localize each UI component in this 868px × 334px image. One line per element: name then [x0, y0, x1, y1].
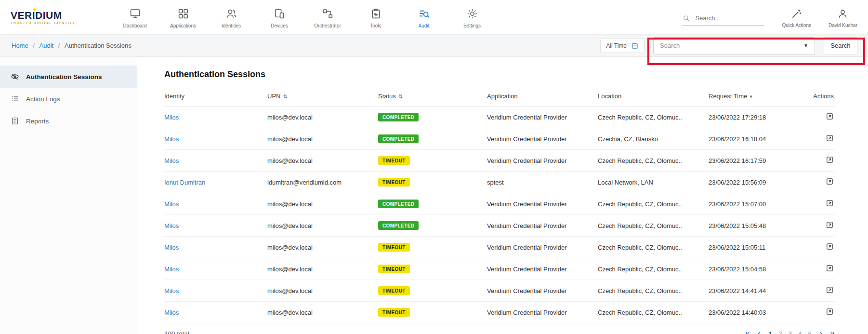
user-menu[interactable]: David Kuchar [829, 6, 857, 28]
request-time-cell: 23/06/2022 15:04:58 [709, 258, 805, 280]
upn-cell: milos@dev.local [267, 107, 378, 128]
nav-item-tools[interactable]: Tools [352, 6, 400, 28]
breadcrumb: Home / Audit / Authentication Sessions [11, 42, 132, 49]
table-row: Ionut Dumitran idumitran@veridiumid.com … [164, 172, 835, 193]
table-footer: 100 total 1 2 3 4 5 [164, 330, 835, 334]
table-row: Milos milos@dev.local COMPLETED Veridium… [164, 107, 835, 128]
page-title: Authentication Sessions [164, 69, 835, 80]
location-cell: Czech Republic, CZ, Olomuc.. [598, 215, 709, 237]
nav-label: Devices [271, 23, 288, 28]
first-page-button[interactable] [745, 331, 750, 334]
location-cell: Czech Republic, CZ, Olomuc.. [598, 280, 709, 302]
reports-document-icon [11, 117, 19, 125]
open-session-button[interactable] [826, 307, 834, 316]
nav-item-settings[interactable]: Settings [448, 6, 496, 28]
page-number-4[interactable]: 4 [798, 330, 802, 334]
identity-link[interactable]: Milos [164, 135, 179, 143]
sidebar-item-authentication-sessions[interactable]: Authentication Sessions [0, 66, 137, 88]
nav-label: Settings [463, 23, 481, 28]
veridium-logo[interactable]: VERIDIUM TRUSTED DIGITAL IDENTITY [11, 10, 92, 25]
global-search-input[interactable] [694, 14, 758, 22]
column-header-upn[interactable]: UPN⇅ [267, 86, 378, 107]
open-session-button[interactable] [826, 221, 834, 229]
table-row: Milos milos@dev.local COMPLETED Veridium… [164, 215, 835, 237]
identity-link[interactable]: Milos [164, 222, 179, 229]
search-dropdown-placeholder: Search [660, 42, 680, 49]
last-page-button[interactable] [829, 331, 835, 334]
location-cell: Czech Republic, CZ, Olomuc.. [598, 193, 709, 215]
sub-header: Home / Audit / Authentication Sessions A… [0, 35, 868, 57]
status-badge: COMPLETED [378, 134, 419, 143]
status-badge: TIMEOUT [378, 178, 410, 187]
header-right: Quick Actions David Kuchar [682, 6, 857, 28]
search-field-dropdown[interactable]: Search ▼ [653, 37, 815, 54]
identity-link[interactable]: Milos [164, 114, 179, 121]
user-name: David Kuchar [829, 23, 857, 28]
open-session-button[interactable] [826, 177, 834, 186]
sort-icon[interactable]: ⇅ [398, 94, 403, 99]
page-number-2[interactable]: 2 [778, 330, 782, 334]
application-cell: Veridium Credential Provider [487, 237, 598, 258]
time-range-button[interactable]: All Time [600, 39, 644, 53]
search-icon [683, 14, 690, 22]
global-search[interactable] [682, 11, 764, 26]
sidebar-item-label: Authentication Sessions [26, 73, 102, 80]
nav-item-orchestrator[interactable]: Orchestrator [303, 6, 352, 28]
nav-item-applications[interactable]: Applications [159, 6, 207, 28]
column-header-request-time[interactable]: Request Time▾ [709, 86, 805, 107]
breadcrumb-separator: / [58, 42, 60, 49]
nav-item-dashboard[interactable]: Dashboard [111, 6, 159, 28]
identity-link[interactable]: Milos [164, 266, 179, 273]
page-number-5[interactable]: 5 [808, 330, 812, 334]
nav-item-audit[interactable]: Audit [400, 6, 448, 28]
identity-link[interactable]: Milos [164, 157, 179, 164]
page-number-1[interactable]: 1 [768, 330, 772, 334]
dashboard-icon [129, 8, 141, 20]
open-session-button[interactable] [826, 134, 834, 142]
status-badge: COMPLETED [378, 221, 419, 230]
identity-link[interactable]: Milos [164, 309, 179, 316]
action-logs-icon [11, 94, 19, 103]
open-session-button[interactable] [826, 112, 834, 120]
identity-link[interactable]: Milos [164, 244, 179, 251]
applications-icon [177, 8, 189, 20]
sort-icon[interactable]: ⇅ [283, 94, 287, 99]
sidebar-item-label: Action Logs [26, 95, 60, 103]
table-row: Milos milos@dev.local TIMEOUT Veridium C… [164, 280, 835, 302]
time-range-label: All Time [606, 42, 627, 49]
identity-link[interactable]: Ionut Dumitran [164, 179, 205, 186]
application-cell: Veridium Credential Provider [487, 107, 598, 128]
upn-cell: milos@dev.local [267, 215, 378, 237]
identity-link[interactable]: Milos [164, 287, 179, 294]
identity-link[interactable]: Milos [164, 200, 179, 208]
open-session-button[interactable] [826, 286, 834, 294]
sidebar-item-reports[interactable]: Reports [0, 110, 137, 132]
request-time-cell: 23/06/2022 15:07:00 [709, 193, 805, 215]
pagination: 1 2 3 4 5 [745, 330, 835, 334]
devices-icon [274, 8, 286, 20]
column-header-status[interactable]: Status⇅ [378, 86, 487, 107]
open-session-button[interactable] [826, 156, 834, 164]
search-button[interactable]: Search [824, 37, 857, 54]
content-area: Authentication Sessions Action Logs Repo… [0, 57, 868, 334]
audit-icon [418, 8, 430, 20]
open-session-button[interactable] [826, 199, 834, 207]
next-page-button[interactable] [818, 331, 823, 334]
open-session-button[interactable] [826, 264, 834, 272]
sort-desc-icon[interactable]: ▾ [750, 94, 752, 99]
nav-label: Applications [170, 23, 196, 28]
nav-item-devices[interactable]: Devices [255, 6, 303, 28]
page-number-3[interactable]: 3 [788, 330, 792, 334]
prev-page-button[interactable] [757, 331, 762, 334]
quick-actions-button[interactable]: Quick Actions [782, 6, 811, 28]
location-cell: Local Network, LAN [598, 172, 709, 193]
settings-gear-icon [466, 8, 478, 20]
open-session-button[interactable] [826, 242, 834, 251]
status-badge: COMPLETED [378, 113, 419, 121]
application-cell: Veridium Credential Provider [487, 193, 598, 215]
breadcrumb-audit-link[interactable]: Audit [39, 42, 54, 49]
location-cell: Czech Republic, CZ, Olomuc.. [598, 150, 709, 172]
breadcrumb-home-link[interactable]: Home [12, 42, 28, 49]
sidebar-item-action-logs[interactable]: Action Logs [0, 88, 137, 110]
nav-item-identities[interactable]: Identities [207, 6, 255, 28]
